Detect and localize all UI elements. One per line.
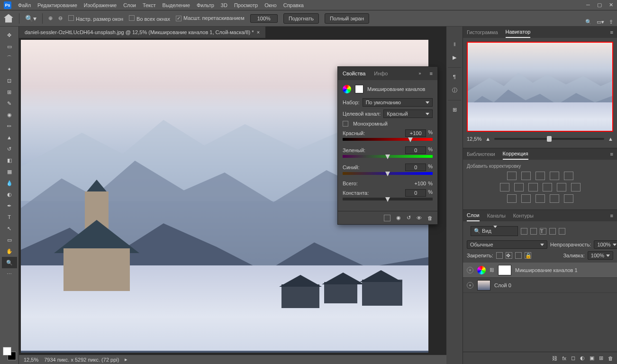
filter-smart-icon[interactable]: [559, 228, 565, 235]
green-input[interactable]: 0: [405, 146, 426, 154]
invert-icon[interactable]: [507, 194, 517, 203]
constant-input[interactable]: 0: [405, 189, 426, 197]
toggle-visibility-icon[interactable]: 👁: [417, 215, 422, 221]
menu-edit[interactable]: Редактирование: [37, 2, 77, 8]
resize-windows-checkbox[interactable]: Настр. размер окон: [68, 15, 123, 22]
maximize-button[interactable]: ▢: [596, 1, 603, 8]
close-button[interactable]: ✕: [608, 1, 614, 8]
lock-artboard-icon[interactable]: [515, 252, 522, 259]
navigator-thumbnail[interactable]: [467, 42, 613, 132]
zoom-tool-icon[interactable]: 🔍▾: [25, 15, 36, 22]
dodge-tool[interactable]: ◐: [2, 189, 17, 200]
view-previous-icon[interactable]: ◉: [396, 215, 401, 221]
panel-menu-icon[interactable]: ≡: [610, 213, 613, 218]
menu-file[interactable]: Файл: [18, 2, 31, 8]
fill-input[interactable]: 100%: [588, 251, 613, 260]
swatch-icon[interactable]: ⊞: [448, 103, 461, 116]
frame-tool[interactable]: ⊞: [2, 86, 17, 98]
tab-histogram[interactable]: Гистограмма: [467, 27, 498, 37]
menu-window[interactable]: Окно: [264, 2, 277, 8]
nav-zoom-out-icon[interactable]: ▲: [485, 136, 490, 142]
filter-shape-icon[interactable]: [549, 228, 556, 235]
play-icon[interactable]: ▶: [448, 51, 461, 64]
status-zoom[interactable]: 12,5%: [24, 357, 38, 363]
new-group-icon[interactable]: ▣: [590, 355, 594, 361]
lock-all-icon[interactable]: 🔒: [525, 252, 531, 259]
adjust-icon[interactable]: ⫴: [448, 38, 461, 50]
filter-image-icon[interactable]: [521, 228, 527, 235]
menu-3d[interactable]: 3D: [221, 2, 227, 8]
lasso-tool[interactable]: ⌒: [2, 52, 17, 64]
blur-tool[interactable]: 💧: [2, 177, 17, 189]
menu-text[interactable]: Текст: [143, 2, 156, 8]
zoom-level-input[interactable]: 100%: [250, 14, 278, 23]
gradient-tool[interactable]: ▦: [2, 166, 17, 177]
new-fill-icon[interactable]: ◐: [580, 355, 585, 361]
visibility-toggle[interactable]: [467, 282, 473, 289]
zoom-out-icon[interactable]: ⊖: [58, 15, 63, 21]
curves-icon[interactable]: [535, 172, 545, 180]
vibrance-icon[interactable]: [564, 172, 573, 180]
all-windows-checkbox[interactable]: Во всех окнах: [129, 15, 170, 22]
menu-help[interactable]: Справка: [283, 2, 304, 8]
nav-zoom-in-icon[interactable]: ▲: [608, 136, 613, 142]
menu-image[interactable]: Изображение: [84, 2, 117, 8]
eraser-tool[interactable]: ◧: [2, 155, 17, 166]
scrubby-zoom-checkbox[interactable]: ✓Маcшт. перетаскиванием: [176, 15, 245, 21]
menu-select[interactable]: Выделение: [163, 2, 190, 8]
output-channel-select[interactable]: Красный: [383, 109, 433, 118]
blue-slider[interactable]: [343, 172, 433, 176]
pen-tool[interactable]: ✒: [2, 200, 17, 211]
stamp-tool[interactable]: ▲: [2, 132, 17, 143]
info-icon[interactable]: ⓘ: [448, 84, 461, 96]
crop-tool[interactable]: ⊡: [2, 75, 17, 86]
menu-view[interactable]: Просмотр: [234, 2, 258, 8]
levels-icon[interactable]: [521, 172, 531, 180]
mask-thumbnail[interactable]: [498, 265, 511, 275]
path-select-tool[interactable]: ↖: [2, 223, 17, 234]
threshold-icon[interactable]: [535, 194, 545, 203]
tab-info[interactable]: Инфо: [374, 71, 388, 76]
panel-menu-icon[interactable]: ≡: [610, 151, 613, 157]
nav-zoom-slider[interactable]: [494, 138, 604, 140]
filter-adjust-icon[interactable]: [530, 228, 537, 235]
quick-select-tool[interactable]: ✦: [2, 64, 17, 75]
green-slider[interactable]: [343, 155, 433, 159]
blend-mode-select[interactable]: Обычные: [467, 240, 547, 249]
reset-icon[interactable]: ↺: [407, 215, 411, 221]
clip-icon[interactable]: [384, 215, 390, 221]
menu-layers[interactable]: Слои: [123, 2, 136, 8]
delete-adjustment-icon[interactable]: 🗑: [427, 215, 433, 221]
monochrome-checkbox[interactable]: [343, 121, 348, 127]
new-layer-icon[interactable]: ⊞: [599, 355, 603, 361]
share-icon[interactable]: ⇪: [609, 19, 613, 25]
red-input[interactable]: +100: [405, 129, 426, 137]
constant-slider[interactable]: [343, 198, 433, 201]
more-tools[interactable]: ⋯: [2, 268, 17, 280]
history-brush-tool[interactable]: ↺: [2, 143, 17, 155]
collapse-icon[interactable]: »: [419, 71, 421, 76]
preset-select[interactable]: По умолчанию: [363, 98, 433, 107]
colorlookup-icon[interactable]: [571, 183, 581, 191]
selectivecolor-icon[interactable]: [564, 194, 573, 203]
panel-menu-icon[interactable]: ≡: [430, 71, 433, 76]
layer-item[interactable]: Слой 0: [463, 278, 617, 293]
nav-zoom-value[interactable]: 12,5%: [467, 136, 481, 142]
posterize-icon[interactable]: [521, 194, 531, 203]
layer-name[interactable]: Слой 0: [494, 282, 511, 288]
layer-filter-select[interactable]: 🔍 Вид: [471, 226, 518, 236]
home-icon[interactable]: [4, 14, 13, 23]
layer-name[interactable]: Микширование каналов 1: [515, 267, 578, 273]
marquee-tool[interactable]: ▭: [2, 41, 17, 52]
document-tab[interactable]: daniel-sessler-OzHtLUcDH64-unsplash.jpg …: [19, 27, 265, 38]
bw-icon[interactable]: [528, 183, 538, 191]
balance-icon[interactable]: [514, 183, 524, 191]
healing-tool[interactable]: ◉: [2, 109, 17, 120]
lock-pixels-icon[interactable]: [496, 252, 503, 259]
tab-libraries[interactable]: Библиотеки: [467, 149, 495, 159]
tab-paths[interactable]: Контуры: [513, 210, 534, 221]
tab-navigator[interactable]: Навигатор: [506, 27, 531, 38]
opacity-input[interactable]: 100%: [594, 240, 617, 249]
workspace-icon[interactable]: ▭▾: [597, 19, 604, 25]
search-icon[interactable]: 🔍: [585, 19, 592, 25]
